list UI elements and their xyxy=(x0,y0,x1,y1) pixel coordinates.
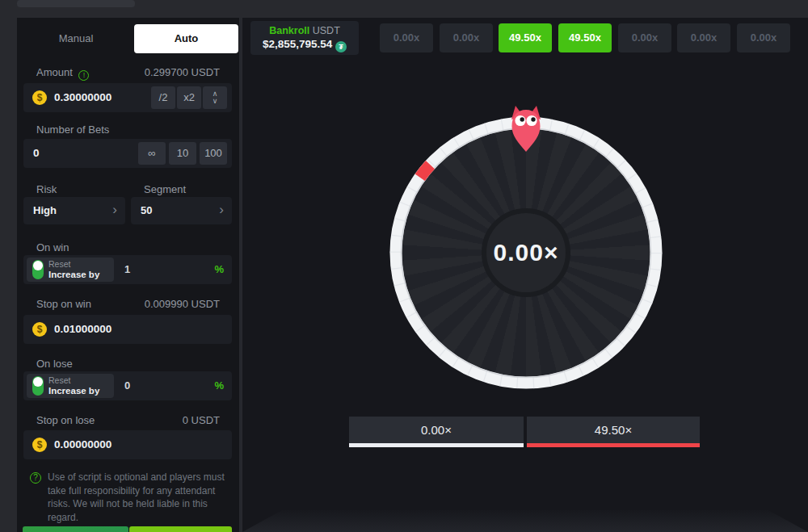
infinity-bets-button[interactable]: ∞ xyxy=(138,142,166,165)
history-chip[interactable]: 0.00x xyxy=(440,23,493,52)
on-lose-percent-unit: % xyxy=(214,371,224,400)
result-bar-win[interactable]: 49.50× xyxy=(527,417,700,447)
segment-label: Segment xyxy=(144,183,186,195)
on-win-percent-input[interactable]: 1 xyxy=(124,255,130,284)
stop-on-lose-input-row: $ 0.00000000 xyxy=(23,430,232,459)
amount-label: Amount xyxy=(36,66,73,78)
stop-on-win-converted: 0.009990 USDT xyxy=(145,298,220,310)
toggle-switch-icon[interactable] xyxy=(32,376,44,396)
risk-segment-label-row: Risk Segment xyxy=(36,183,220,196)
on-win-reset-label: Reset xyxy=(48,259,99,270)
start-autobet-button-right[interactable] xyxy=(129,526,232,532)
chevron-right-icon: › xyxy=(112,197,117,224)
start-autobet-button-left[interactable] xyxy=(23,526,128,532)
risk-label: Risk xyxy=(36,183,57,195)
hundred-bets-button[interactable]: 100 xyxy=(200,142,227,165)
amount-input[interactable]: 0.30000000 xyxy=(54,83,112,112)
double-bet-button[interactable]: x2 xyxy=(177,86,201,109)
number-of-bets-label: Number of Bets xyxy=(36,124,109,136)
stop-on-win-label: Stop on win xyxy=(36,298,91,310)
tab-auto[interactable]: Auto xyxy=(134,24,238,53)
tether-icon: ₮ xyxy=(335,41,347,52)
amount-stepper[interactable]: ∧ ∨ xyxy=(203,86,227,109)
current-multiplier: 0.00× xyxy=(469,237,583,269)
result-bar-win-label: 49.50× xyxy=(527,417,700,443)
ten-bets-button[interactable]: 10 xyxy=(169,142,196,165)
owl-pointer-icon xyxy=(507,105,545,153)
history-chip[interactable]: 0.00x xyxy=(677,23,730,52)
history-chip[interactable]: 0.00x xyxy=(380,23,433,52)
amount-label-row: Amount ! 0.299700 USDT xyxy=(36,66,220,79)
coin-icon: $ xyxy=(32,438,47,452)
stepper-down-icon[interactable]: ∨ xyxy=(203,98,227,105)
bankroll-amount: $2,855,795.54 xyxy=(263,38,332,50)
on-lose-row: Reset Increase by 0 % xyxy=(23,371,232,400)
result-bar-lose[interactable]: 0.00× xyxy=(349,417,524,447)
on-win-toggle[interactable]: Reset Increase by xyxy=(27,258,114,282)
wheel-game-page: Manual Auto Amount ! 0.299700 USDT $ 0.3… xyxy=(0,0,808,532)
on-win-increase-label: Increase by xyxy=(48,270,99,280)
on-lose-label-row: On lose xyxy=(36,358,220,371)
floor-decoration xyxy=(242,510,808,532)
on-lose-increase-label: Increase by xyxy=(48,386,99,396)
game-area: Bankroll USDT $2,855,795.54 ₮ 0.00x 0.00… xyxy=(242,18,808,532)
bankroll-currency: USDT xyxy=(313,25,340,36)
segment-dropdown[interactable]: 50 › xyxy=(131,197,232,224)
half-bet-button[interactable]: /2 xyxy=(151,86,175,109)
script-disclaimer: ? Use of script is optional and players … xyxy=(30,471,229,524)
chevron-right-icon: › xyxy=(219,197,224,224)
stop-on-win-input[interactable]: 0.01000000 xyxy=(54,315,112,344)
question-circle-icon: ? xyxy=(30,472,41,484)
coin-icon: $ xyxy=(32,322,47,337)
history-chip[interactable]: 0.00x xyxy=(618,23,671,52)
result-bar-lose-label: 0.00× xyxy=(349,417,524,443)
bankroll-box[interactable]: Bankroll USDT $2,855,795.54 ₮ xyxy=(250,21,359,55)
amount-converted-value: 0.299700 USDT xyxy=(145,66,220,78)
stop-on-lose-input[interactable]: 0.00000000 xyxy=(54,430,112,459)
stop-on-lose-label-row: Stop on lose 0 USDT xyxy=(36,414,220,427)
bankroll-label: Bankroll xyxy=(269,25,309,36)
on-lose-label: On lose xyxy=(36,358,73,370)
game-window-tab[interactable] xyxy=(17,0,135,7)
history-chip[interactable]: 0.00x xyxy=(737,23,790,52)
on-lose-toggle[interactable]: Reset Increase by xyxy=(27,374,114,398)
on-win-label: On win xyxy=(36,241,69,253)
toggle-switch-icon[interactable] xyxy=(32,260,44,279)
result-bar-win-strip xyxy=(527,443,700,447)
mode-tabs: Manual Auto xyxy=(23,24,232,53)
amount-info-icon[interactable]: ! xyxy=(78,70,89,81)
on-win-percent-unit: % xyxy=(214,255,224,284)
history-chip-win[interactable]: 49.50x xyxy=(499,23,552,52)
stop-on-lose-converted: 0 USDT xyxy=(183,414,220,426)
risk-dropdown[interactable]: High › xyxy=(23,197,125,224)
disclaimer-text: Use of script is optional and players mu… xyxy=(48,471,229,524)
on-lose-reset-label: Reset xyxy=(48,375,99,386)
segment-value: 50 xyxy=(141,197,152,224)
result-bar-lose-strip xyxy=(349,443,524,447)
risk-value: High xyxy=(33,197,57,224)
stop-on-win-input-row: $ 0.01000000 xyxy=(23,315,232,344)
on-win-label-row: On win xyxy=(36,241,220,254)
history-chip-win[interactable]: 49.50x xyxy=(558,23,612,52)
bet-controls-sidebar: Manual Auto Amount ! 0.299700 USDT $ 0.3… xyxy=(17,18,239,532)
stop-on-win-label-row: Stop on win 0.009990 USDT xyxy=(36,298,220,311)
tab-manual[interactable]: Manual xyxy=(23,24,128,53)
on-win-row: Reset Increase by 1 % xyxy=(23,255,232,284)
coin-icon: $ xyxy=(32,90,47,105)
sidebar-divider xyxy=(240,18,242,532)
stop-on-lose-label: Stop on lose xyxy=(36,414,95,426)
amount-input-row: $ 0.30000000 /2 x2 ∧ ∨ xyxy=(23,83,232,112)
bets-label-row: Number of Bets xyxy=(36,124,220,136)
bets-input-row: 0 ∞ 10 100 xyxy=(23,139,232,168)
on-lose-percent-input[interactable]: 0 xyxy=(124,371,130,400)
number-of-bets-input[interactable]: 0 xyxy=(33,139,40,168)
